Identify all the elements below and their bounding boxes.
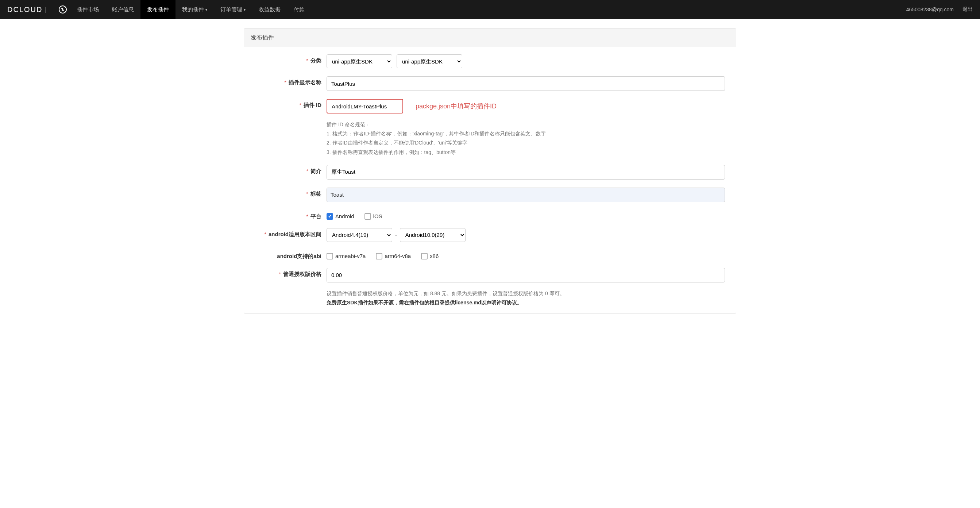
nav-account-info[interactable]: 账户信息 — [105, 0, 140, 19]
panel-title: 发布插件 — [244, 29, 736, 47]
abi-arm64-v8a-checkbox[interactable]: arm64-v8a — [376, 253, 411, 260]
checkbox-icon — [326, 213, 333, 220]
nav-payment[interactable]: 付款 — [287, 0, 311, 19]
checkbox-icon — [376, 253, 382, 260]
dcloud-logo[interactable]: DCLOUD | — [7, 5, 52, 14]
label-tags: *标签 — [255, 188, 326, 197]
intro-input[interactable] — [326, 165, 725, 180]
label-category: *分类 — [255, 54, 326, 64]
logout-link[interactable]: 退出 — [963, 6, 973, 13]
label-display-name: *插件显示名称 — [255, 76, 326, 86]
check-label: x86 — [430, 253, 439, 259]
publish-form: *分类 uni-app原生SDK uni-app原生SDK *插件显示名称 *插… — [244, 47, 736, 313]
check-label: Android — [335, 213, 354, 219]
chevron-down-icon: ▾ — [244, 8, 245, 12]
row-tags: *标签 Toast — [255, 188, 725, 202]
price-input[interactable] — [326, 268, 725, 282]
navbar-right: 465008238@qq.com 退出 — [906, 6, 973, 13]
android-version-from-select[interactable]: Android4.4(19) — [326, 228, 392, 242]
row-category: *分类 uni-app原生SDK uni-app原生SDK — [255, 54, 725, 68]
nav-label: 付款 — [294, 6, 305, 13]
plugin-id-input[interactable] — [326, 99, 403, 113]
nav-label: 发布插件 — [147, 6, 169, 13]
row-abi: android支持的abi armeabi-v7a arm64-v8a x86 — [255, 250, 725, 260]
nav-publish-plugin[interactable]: 发布插件 — [140, 0, 175, 19]
nav-label: 订单管理 — [220, 6, 242, 13]
nav-my-plugins[interactable]: 我的插件▾ — [175, 0, 214, 19]
hint-line: 1. 格式为：'作者ID-插件名称'，例如：'xiaoming-tag'，其中作… — [326, 129, 725, 138]
market-icon — [59, 5, 67, 13]
hint-title: 插件 ID 命名规范： — [326, 120, 725, 129]
abi-x86-checkbox[interactable]: x86 — [421, 253, 439, 260]
check-label: arm64-v8a — [385, 253, 411, 259]
nav-plugin-market[interactable]: 插件市场 — [70, 0, 105, 19]
platform-android-checkbox[interactable]: Android — [326, 213, 354, 220]
logo-separator: | — [45, 6, 47, 13]
logo-text: DCLOUD — [7, 5, 42, 14]
row-plugin-id-hint: 插件 ID 命名规范： 1. 格式为：'作者ID-插件名称'，例如：'xiaom… — [255, 121, 725, 157]
price-hint: 设置插件销售普通授权版价格，单位为元，如 8.88 元。如果为免费插件，设置普通… — [326, 289, 725, 307]
tag-value: Toast — [331, 192, 344, 198]
user-email[interactable]: 465008238@qq.com — [906, 6, 954, 13]
navbar-left: DCLOUD | 插件市场 账户信息 发布插件 我的插件▾ 订单管理▾ 收益数据… — [7, 0, 311, 19]
nav-revenue[interactable]: 收益数据 — [252, 0, 287, 19]
row-price-hint: 设置插件销售普通授权版价格，单位为元，如 8.88 元。如果为免费插件，设置普通… — [255, 290, 725, 307]
plugin-id-annotation: packge.json中填写的插件ID — [415, 102, 496, 111]
label-plugin-id: *插件 ID — [255, 99, 326, 109]
check-label: iOS — [373, 213, 382, 219]
publish-panel: 发布插件 *分类 uni-app原生SDK uni-app原生SDK *插件显示… — [244, 29, 736, 314]
check-label: armeabi-v7a — [335, 253, 366, 259]
display-name-input[interactable] — [326, 76, 725, 91]
row-price: *普通授权版价格 — [255, 268, 725, 282]
row-plugin-id: *插件 ID packge.json中填写的插件ID — [255, 99, 725, 113]
android-version-to-select[interactable]: Android10.0(29) — [400, 228, 466, 242]
category-select-secondary[interactable]: uni-app原生SDK — [396, 54, 462, 68]
label-android-version: *android适用版本区间 — [255, 228, 326, 238]
label-price: *普通授权版价格 — [255, 268, 326, 278]
hint-line: 设置插件销售普通授权版价格，单位为元，如 8.88 元。如果为免费插件，设置普通… — [326, 289, 725, 298]
page-container: 发布插件 *分类 uni-app原生SDK uni-app原生SDK *插件显示… — [240, 29, 740, 314]
abi-armeabi-v7a-checkbox[interactable]: armeabi-v7a — [326, 253, 366, 260]
nav-orders[interactable]: 订单管理▾ — [214, 0, 252, 19]
nav-label: 我的插件 — [182, 6, 204, 13]
row-intro: *简介 — [255, 165, 725, 180]
checkbox-icon — [326, 253, 333, 260]
hint-line: 免费原生SDK插件如果不开源，需在插件包的根目录提供license.md以声明许… — [326, 298, 725, 307]
nav-label: 收益数据 — [259, 6, 281, 13]
top-navbar: DCLOUD | 插件市场 账户信息 发布插件 我的插件▾ 订单管理▾ 收益数据… — [0, 0, 980, 19]
label-platform: *平台 — [255, 210, 326, 220]
nav-label: 账户信息 — [112, 6, 134, 13]
chevron-down-icon: ▾ — [205, 8, 207, 12]
range-separator: - — [395, 232, 397, 238]
checkbox-icon — [421, 253, 428, 260]
checkbox-icon — [364, 213, 371, 220]
label-abi: android支持的abi — [255, 250, 326, 260]
category-select-primary[interactable]: uni-app原生SDK — [326, 54, 392, 68]
row-android-version: *android适用版本区间 Android4.4(19) - Android1… — [255, 228, 725, 242]
nav-label: 插件市场 — [77, 6, 99, 13]
label-intro: *简介 — [255, 165, 326, 175]
row-display-name: *插件显示名称 — [255, 76, 725, 91]
plugin-id-hint: 插件 ID 命名规范： 1. 格式为：'作者ID-插件名称'，例如：'xiaom… — [326, 120, 725, 157]
platform-ios-checkbox[interactable]: iOS — [364, 213, 382, 220]
row-platform: *平台 Android iOS — [255, 210, 725, 220]
hint-line: 2. 作者ID由插件作者自定义，不能使用'DCloud'、'uni'等关键字 — [326, 138, 725, 147]
tags-input[interactable]: Toast — [326, 188, 725, 202]
hint-line: 3. 插件名称需直观表达插件的作用，例如：tag、button等 — [326, 148, 725, 157]
